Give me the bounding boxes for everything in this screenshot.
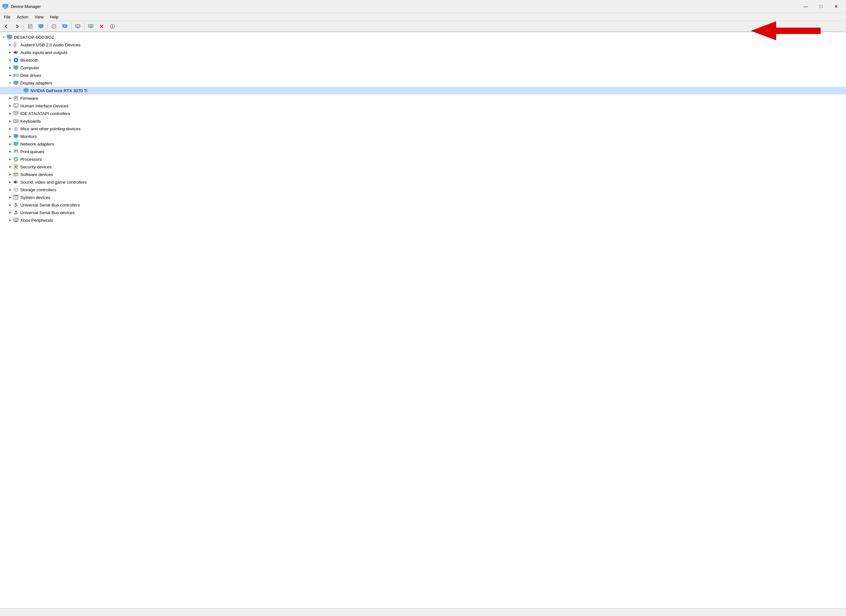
close-button[interactable]: ✕	[829, 2, 843, 11]
svg-rect-70	[14, 107, 18, 108]
svg-rect-10	[40, 27, 42, 28]
svg-rect-74	[14, 112, 18, 113]
svg-rect-92	[15, 127, 16, 128]
tree-item-monitors[interactable]: ▶ Monitors	[0, 132, 846, 140]
disk-expand-icon[interactable]: ▶	[7, 73, 13, 78]
ide-icon	[13, 110, 19, 116]
tree-item-software[interactable]: ▶ Software devices	[0, 171, 846, 178]
tree-item-usb-controllers[interactable]: ▶ Universal Serial Bus controllers	[0, 201, 846, 209]
menu-view[interactable]: View	[32, 14, 46, 20]
tree-item-sound[interactable]: ▶ Sound, video and game controllers	[0, 178, 846, 186]
tree-item-storage[interactable]: ▶ Storage controllers	[0, 186, 846, 194]
display-button[interactable]	[73, 22, 83, 31]
svg-rect-133	[14, 181, 15, 183]
usb-controllers-expand-icon[interactable]: ▶	[7, 202, 13, 207]
tree-root[interactable]: ▼ DESKTOP-6OD3IO2	[0, 33, 846, 41]
svg-rect-81	[16, 120, 17, 121]
keyboards-expand-icon[interactable]: ▶	[7, 119, 13, 123]
maximize-button[interactable]: □	[814, 2, 828, 11]
svg-rect-59	[25, 91, 27, 92]
tree-item-mice[interactable]: ▶ Mice and other pointing devices	[0, 125, 846, 132]
tree-item-disk[interactable]: ▶ Disk drives	[0, 72, 846, 79]
security-expand-icon[interactable]: ▶	[7, 164, 13, 169]
tree-item-audient[interactable]: ▶ Audient USB 2.0 Audio Devices	[0, 41, 846, 49]
svg-rect-165	[15, 220, 17, 221]
tree-item-network[interactable]: ▶ Network adapters	[0, 140, 846, 148]
audient-icon	[13, 42, 19, 48]
back-button[interactable]	[1, 22, 12, 31]
svg-rect-21	[77, 27, 79, 28]
mice-label: Mice and other pointing devices	[20, 126, 81, 131]
menu-help[interactable]: Help	[47, 14, 61, 20]
computer-label: Computer	[20, 65, 39, 70]
xbox-expand-icon[interactable]: ▶	[7, 218, 13, 223]
svg-rect-160	[17, 219, 18, 219]
title-bar-left: DM Device Manager	[3, 3, 41, 9]
tree-item-computer[interactable]: ▶ Computer	[0, 64, 846, 72]
tree-item-usb-devices[interactable]: ▶ Universal Serial Bus devices	[0, 209, 846, 216]
display-adapter-icon	[13, 80, 19, 86]
menu-bar: File Action View Help	[0, 13, 846, 21]
display-expand-icon[interactable]: ▼	[7, 80, 13, 85]
svg-point-43	[14, 58, 18, 62]
network-expand-icon[interactable]: ▶	[7, 141, 13, 147]
toolbar-sep-2	[47, 22, 48, 30]
mouse-icon	[13, 125, 19, 132]
menu-action[interactable]: Action	[14, 14, 31, 20]
remove-device-button[interactable]	[97, 22, 107, 31]
svg-rect-12	[39, 25, 43, 27]
computer-icon	[13, 65, 19, 71]
print-expand-icon[interactable]: ▶	[7, 149, 13, 154]
forward-button[interactable]	[12, 22, 22, 31]
system-expand-icon[interactable]: ▶	[7, 195, 13, 200]
update-driver-button[interactable]	[36, 22, 46, 31]
title-bar: DM Device Manager — □ ✕	[0, 0, 846, 13]
storage-expand-icon[interactable]: ▶	[7, 187, 13, 192]
svg-rect-86	[17, 121, 18, 122]
firmware-expand-icon[interactable]: ▶	[7, 96, 13, 101]
sound-expand-icon[interactable]: ▶	[7, 179, 13, 185]
tree-item-hid[interactable]: ▶ Human Interface Devices	[0, 102, 846, 110]
usb-devices-expand-icon[interactable]: ▶	[7, 210, 13, 215]
svg-rect-66	[14, 104, 16, 104]
tree-item-audio[interactable]: ▶ Audio inputs and outputs	[0, 49, 846, 56]
menu-file[interactable]: File	[1, 14, 13, 20]
tree-item-ide[interactable]: ▶ IDE ATA/ATAPI controllers	[0, 110, 846, 117]
ide-expand-icon[interactable]: ▶	[7, 111, 13, 116]
properties-button[interactable]	[25, 22, 35, 31]
tree-item-processors[interactable]: ▶ Processors	[0, 155, 846, 163]
computer-expand-icon[interactable]: ▶	[7, 65, 13, 70]
svg-rect-67	[14, 104, 18, 105]
bluetooth-expand-icon[interactable]: ▶	[7, 57, 13, 63]
tree-item-firmware[interactable]: ▶ Firmware	[0, 94, 846, 102]
software-expand-icon[interactable]: ▶	[7, 172, 13, 177]
monitors-expand-icon[interactable]: ▶	[7, 134, 13, 139]
svg-rect-18	[63, 27, 66, 28]
hid-expand-icon[interactable]: ▶	[7, 103, 13, 108]
svg-rect-139	[16, 197, 18, 198]
add-device-button[interactable]	[86, 22, 96, 31]
tree-item-xbox[interactable]: ▶ Xbox Peripherals	[0, 216, 846, 224]
scan-button[interactable]	[60, 22, 70, 31]
svg-rect-41	[14, 51, 15, 53]
mice-expand-icon[interactable]: ▶	[7, 126, 13, 131]
audio-expand-icon[interactable]: ▶	[7, 50, 13, 55]
svg-rect-1	[4, 7, 6, 8]
processors-expand-icon[interactable]: ▶	[7, 157, 13, 162]
tree-item-display-adapters[interactable]: ▼ Display adapters	[0, 79, 846, 87]
svg-rect-11	[40, 28, 43, 28]
tree-item-nvidia[interactable]: ▶ NVIDIA GeForce RTX 3070 Ti	[0, 87, 846, 94]
tree-item-bluetooth[interactable]: ▶ Bluetooth	[0, 56, 846, 64]
help-toolbar-button[interactable]: ?	[49, 22, 59, 31]
tree-item-system[interactable]: ▶ System devices	[0, 194, 846, 201]
disk-label: Disk drives	[20, 73, 41, 78]
tree-item-print[interactable]: ▶ Print queues	[0, 148, 846, 155]
minimize-button[interactable]: —	[798, 2, 813, 11]
update-button[interactable]	[107, 22, 118, 31]
bluetooth-label: Bluetooth	[20, 58, 38, 63]
root-expand-icon[interactable]: ▼	[1, 35, 6, 40]
tree-item-security[interactable]: ▶ Security devices	[0, 163, 846, 171]
audient-expand-icon[interactable]: ▶	[7, 42, 13, 47]
tree-item-keyboards[interactable]: ▶ Keyboards	[0, 117, 846, 125]
ide-label: IDE ATA/ATAPI controllers	[20, 111, 70, 116]
